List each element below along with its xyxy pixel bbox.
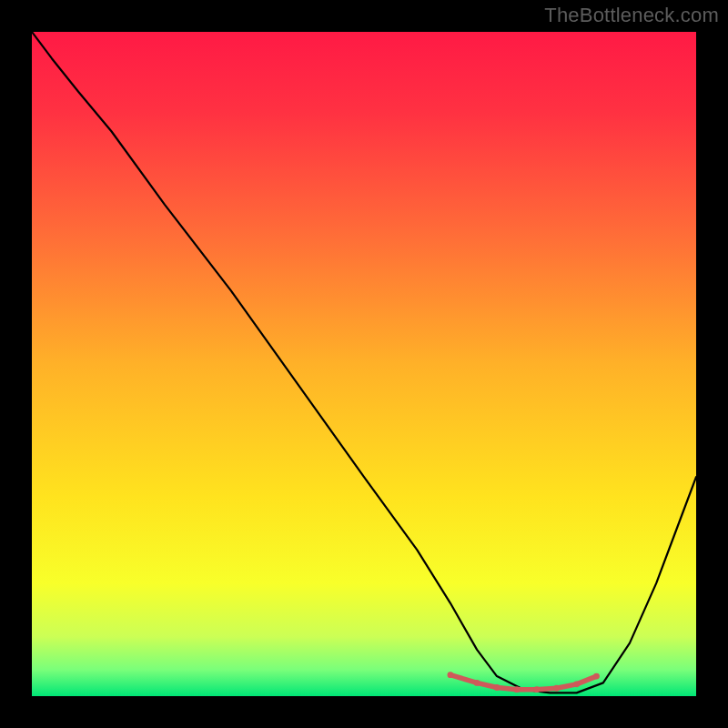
- chart-root: TheBottleneck.com: [0, 0, 728, 728]
- flat-segment-dot: [593, 673, 600, 680]
- watermark-text: TheBottleneck.com: [544, 4, 719, 27]
- flat-segment-dot: [494, 684, 500, 691]
- flat-segment-dot: [514, 686, 521, 693]
- flat-segment-dot: [573, 681, 580, 687]
- chart-svg: [0, 0, 728, 728]
- plot-background: [32, 32, 696, 696]
- flat-segment-dot: [553, 685, 560, 692]
- flat-segment-dot: [474, 680, 480, 686]
- flat-segment-dot: [448, 672, 454, 678]
- flat-segment-dot: [533, 686, 540, 693]
